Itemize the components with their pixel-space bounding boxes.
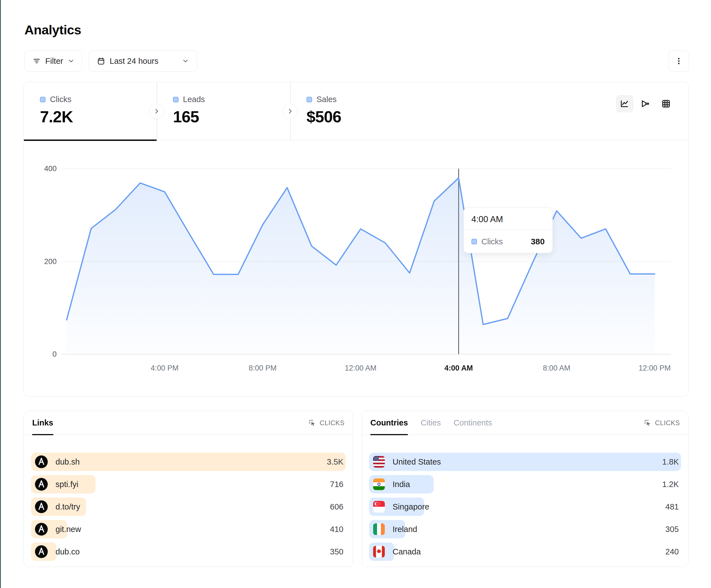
dub-logo-icon	[35, 523, 48, 536]
list-item[interactable]: spti.fyi 716	[31, 475, 346, 493]
chevron-down-icon	[182, 58, 189, 65]
list-item[interactable]: Singapore 481	[369, 498, 681, 516]
tab-countries[interactable]: Countries	[370, 411, 408, 435]
y-tick-label: 400	[44, 164, 57, 173]
dub-logo-icon	[35, 545, 48, 558]
clicks-count: 1.8K	[662, 453, 679, 471]
metric-tab-label: Sales	[317, 95, 337, 104]
cursor-click-icon	[644, 419, 652, 427]
links-panel: Links CLICKS dub.sh 3.5K	[24, 411, 353, 567]
list-item[interactable]: git.new 410	[31, 520, 346, 538]
leads-value: 165	[173, 107, 290, 126]
list-item[interactable]: Ireland 305	[369, 520, 681, 538]
x-tick-label: 8:00 PM	[249, 364, 277, 372]
link-label: dub.co	[56, 547, 80, 557]
more-options-button[interactable]	[669, 50, 689, 72]
list-item[interactable]: d.to/try 606	[31, 498, 346, 516]
metric-tabstrip: Clicks 7.2K Leads 165 Sales $506	[24, 82, 688, 140]
filter-icon	[33, 57, 41, 65]
tab-leads[interactable]: Leads 165	[157, 82, 290, 140]
grid-icon	[661, 99, 671, 109]
clicks-legend-square-icon	[40, 97, 45, 103]
countries-tabs: CountriesCitiesContinents	[370, 411, 492, 435]
sales-value: $506	[306, 107, 424, 126]
date-range-label: Last 24 hours	[110, 56, 158, 66]
line-chart-icon	[620, 99, 630, 109]
tab-clicks[interactable]: Clicks 7.2K	[24, 82, 156, 140]
calendar-icon	[97, 57, 105, 65]
country-label: United States	[392, 457, 441, 467]
tab-sales[interactable]: Sales $506	[290, 82, 424, 140]
country-label: Canada	[392, 547, 421, 557]
clicks-count: 716	[330, 475, 343, 493]
country-label: Singapore	[392, 502, 429, 512]
x-tick-label: 8:00 AM	[543, 364, 570, 372]
clicks-count: 240	[666, 543, 679, 561]
x-tick-label: 4:00 PM	[151, 364, 179, 372]
next-metric-button[interactable]	[283, 104, 298, 119]
funnel-view-button[interactable]	[637, 95, 654, 112]
clicks-count: 410	[330, 520, 343, 538]
countries-panel: CountriesCitiesContinents CLICKS United …	[362, 411, 689, 567]
tooltip-series-value: 380	[531, 237, 545, 246]
page-title: Analytics	[24, 22, 81, 38]
date-range-button[interactable]: Last 24 hours	[89, 50, 197, 72]
funnel-icon	[640, 99, 650, 109]
sales-legend-square-icon	[306, 97, 312, 103]
metric-tab-label: Clicks	[50, 95, 71, 104]
tooltip-time: 4:00 AM	[464, 208, 553, 230]
list-item[interactable]: India 1.2K	[369, 475, 681, 493]
next-metric-button[interactable]	[149, 104, 164, 119]
y-tick-label: 0	[52, 350, 57, 358]
x-tick-label: 12:00 PM	[639, 364, 671, 372]
list-item[interactable]: dub.co 350	[31, 543, 346, 561]
country-label: Ireland	[392, 525, 417, 534]
tab-continents[interactable]: Continents	[454, 411, 492, 435]
clicks-count: 606	[330, 498, 343, 516]
clicks-count: 350	[330, 543, 343, 561]
tab-cities[interactable]: Cities	[421, 411, 441, 435]
flag-ie-icon	[373, 523, 385, 535]
line-chart-view-button[interactable]	[616, 95, 633, 112]
chart-y-axis-labels: 0200400	[44, 164, 57, 358]
cursor-click-icon	[308, 419, 316, 427]
leads-legend-square-icon	[173, 97, 178, 103]
chart-tooltip: 4:00 AM Clicks 380	[464, 207, 553, 253]
tab-links[interactable]: Links	[32, 411, 53, 435]
clicks-count: 481	[666, 498, 679, 516]
countries-metric-selector[interactable]: CLICKS	[644, 419, 680, 427]
filter-button[interactable]: Filter	[24, 50, 82, 72]
analytics-page: Analytics Filter Last 24 hours	[0, 0, 711, 588]
analytics-card: 0200400 4:00 PM8:00 PM12:00 AM4:00 AM8:0…	[24, 82, 689, 397]
dub-logo-icon	[35, 478, 48, 491]
flag-in-icon	[373, 478, 385, 490]
flag-us-icon	[373, 456, 385, 468]
link-label: spti.fyi	[56, 480, 78, 489]
country-label: India	[392, 480, 410, 489]
clicks-count: 305	[666, 520, 679, 538]
list-item[interactable]: Canada 240	[369, 543, 681, 561]
link-label: d.to/try	[56, 502, 80, 512]
clicks-area-fill	[67, 178, 655, 355]
window-edge-accent	[0, 0, 1, 588]
link-label: git.new	[56, 525, 81, 534]
links-metric-label: CLICKS	[320, 419, 345, 427]
clicks-count: 1.2K	[662, 475, 679, 493]
filter-button-label: Filter	[45, 56, 63, 66]
kebab-menu-icon	[675, 57, 683, 65]
list-item[interactable]: dub.sh 3.5K	[31, 453, 346, 471]
countries-list: United States 1.8K India 1.2K Singapore …	[362, 435, 688, 561]
list-item[interactable]: United States 1.8K	[369, 453, 681, 471]
dub-logo-icon	[35, 455, 48, 468]
flag-ca-icon	[373, 546, 385, 558]
x-tick-label: 12:00 AM	[345, 364, 376, 372]
table-view-button[interactable]	[658, 95, 675, 112]
countries-metric-label: CLICKS	[655, 419, 680, 427]
clicks-count: 3.5K	[327, 453, 343, 471]
chevron-down-icon	[67, 58, 75, 65]
links-list: dub.sh 3.5K spti.fyi 716 d.to/try 606 gi…	[24, 435, 353, 561]
link-label: dub.sh	[56, 457, 80, 467]
x-tick-label: 4:00 AM	[445, 364, 473, 372]
metric-tab-label: Leads	[183, 95, 205, 104]
links-metric-selector[interactable]: CLICKS	[308, 419, 345, 427]
